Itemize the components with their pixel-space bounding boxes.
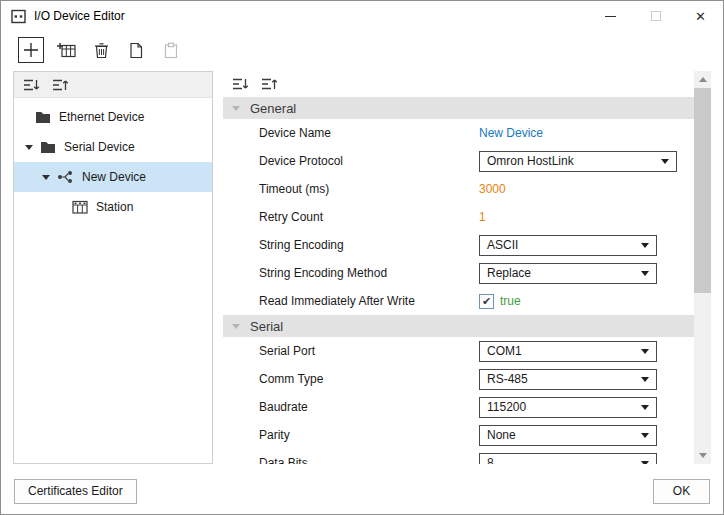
add-table-icon <box>57 42 76 59</box>
chevron-down-icon <box>641 243 649 248</box>
tree-item-serial-device[interactable]: Serial Device <box>14 132 212 162</box>
scrollbar-thumb[interactable] <box>694 88 711 293</box>
prop-label: Baudrate <box>259 400 479 414</box>
read-immediately-checkbox[interactable] <box>479 294 494 309</box>
scroll-up-button[interactable] <box>694 71 711 88</box>
trash-icon <box>94 42 109 59</box>
collapse-all-icon[interactable] <box>23 78 40 92</box>
prop-label: String Encoding Method <box>259 266 479 280</box>
tree-item-label: Serial Device <box>64 140 135 154</box>
prop-label: Device Name <box>259 126 479 140</box>
certificates-editor-button[interactable]: Certificates Editor <box>14 479 137 504</box>
checkbox-value-label: true <box>500 294 521 308</box>
device-tree: Ethernet Device Serial Device <box>14 98 212 463</box>
folder-icon <box>35 111 51 124</box>
baudrate-dropdown[interactable]: 115200 <box>479 397 657 418</box>
prop-row-parity: Parity None <box>223 421 694 449</box>
app-icon <box>11 9 26 24</box>
collapse-groups-icon[interactable] <box>232 77 249 91</box>
tree-item-ethernet-device[interactable]: Ethernet Device <box>14 102 212 132</box>
prop-row-device-name: Device Name New Device <box>223 119 694 147</box>
comm-type-dropdown[interactable]: RS-485 <box>479 369 657 390</box>
device-protocol-dropdown[interactable]: Omron HostLink <box>479 151 677 172</box>
minimize-icon <box>605 16 616 17</box>
add-device-button[interactable] <box>18 37 44 63</box>
chevron-down-icon <box>641 271 649 276</box>
copy-button[interactable] <box>123 37 149 63</box>
section-collapse-icon <box>232 106 240 111</box>
prop-label: Comm Type <box>259 372 479 386</box>
ok-button[interactable]: OK <box>653 479 710 504</box>
maximize-button[interactable] <box>633 1 678 31</box>
prop-row-retry-count: Retry Count 1 <box>223 203 694 231</box>
dropdown-value: None <box>487 428 516 442</box>
data-bits-dropdown[interactable]: 8 <box>479 453 657 465</box>
window-title: I/O Device Editor <box>34 9 125 23</box>
main-toolbar <box>1 31 723 69</box>
prop-row-baudrate: Baudrate 115200 <box>223 393 694 421</box>
property-panel-toolbar <box>223 71 711 97</box>
delete-button[interactable] <box>88 37 114 63</box>
tree-item-label: Ethernet Device <box>59 110 144 124</box>
serial-port-dropdown[interactable]: COM1 <box>479 341 657 362</box>
timeout-value[interactable]: 3000 <box>479 182 506 196</box>
section-title: General <box>250 101 296 116</box>
tree-panel-toolbar <box>14 72 212 98</box>
prop-label: String Encoding <box>259 238 479 252</box>
dropdown-value: 8 <box>487 456 494 464</box>
vertical-scrollbar[interactable] <box>694 71 711 464</box>
dropdown-value: ASCII <box>487 238 518 252</box>
dropdown-value: Omron HostLink <box>487 154 574 168</box>
section-title: Serial <box>250 319 283 334</box>
tree-item-station[interactable]: Station <box>14 192 212 222</box>
copy-icon <box>129 42 143 59</box>
prop-label: Device Protocol <box>259 154 479 168</box>
prop-label: Read Immediately After Write <box>259 294 479 308</box>
folder-icon <box>40 141 56 154</box>
tree-item-label: Station <box>96 200 133 214</box>
property-panel: General Device Name New Device Device Pr… <box>223 71 711 464</box>
io-device-editor-window: I/O Device Editor <box>0 0 724 515</box>
maximize-icon <box>651 11 661 21</box>
chevron-down-icon <box>641 349 649 354</box>
expand-groups-icon[interactable] <box>261 77 278 91</box>
prop-label: Parity <box>259 428 479 442</box>
add-station-button[interactable] <box>53 37 79 63</box>
chevron-down-icon <box>661 159 669 164</box>
plus-icon <box>23 42 39 58</box>
paste-icon <box>164 42 178 59</box>
window-controls <box>588 1 723 31</box>
content-area: Ethernet Device Serial Device <box>1 69 723 468</box>
section-header-general[interactable]: General <box>223 97 694 119</box>
device-name-value[interactable]: New Device <box>479 126 543 140</box>
prop-row-device-protocol: Device Protocol Omron HostLink <box>223 147 694 175</box>
prop-row-timeout: Timeout (ms) 3000 <box>223 175 694 203</box>
dropdown-value: Replace <box>487 266 531 280</box>
section-collapse-icon <box>232 324 240 329</box>
station-icon <box>72 200 88 214</box>
prop-row-string-encoding: String Encoding ASCII <box>223 231 694 259</box>
retry-count-value[interactable]: 1 <box>479 210 486 224</box>
prop-row-string-encoding-method: String Encoding Method Replace <box>223 259 694 287</box>
string-encoding-dropdown[interactable]: ASCII <box>479 235 657 256</box>
minimize-button[interactable] <box>588 1 633 31</box>
expand-all-icon[interactable] <box>52 78 69 92</box>
section-header-serial[interactable]: Serial <box>223 315 694 337</box>
tree-item-label: New Device <box>82 170 146 184</box>
prop-label: Retry Count <box>259 210 479 224</box>
prop-row-read-immediately: Read Immediately After Write true <box>223 287 694 315</box>
close-button[interactable] <box>678 1 723 31</box>
prop-row-comm-type: Comm Type RS-485 <box>223 365 694 393</box>
tree-item-new-device[interactable]: New Device <box>14 162 212 192</box>
chevron-down-icon <box>641 433 649 438</box>
string-encoding-method-dropdown[interactable]: Replace <box>479 263 657 284</box>
dropdown-value: RS-485 <box>487 372 528 386</box>
dropdown-value: COM1 <box>487 344 522 358</box>
scroll-down-button[interactable] <box>694 447 711 464</box>
expander-icon[interactable] <box>42 175 50 180</box>
paste-button[interactable] <box>158 37 184 63</box>
dropdown-value: 115200 <box>487 400 526 414</box>
prop-row-serial-port: Serial Port COM1 <box>223 337 694 365</box>
expander-icon[interactable] <box>25 145 33 150</box>
parity-dropdown[interactable]: None <box>479 425 657 446</box>
